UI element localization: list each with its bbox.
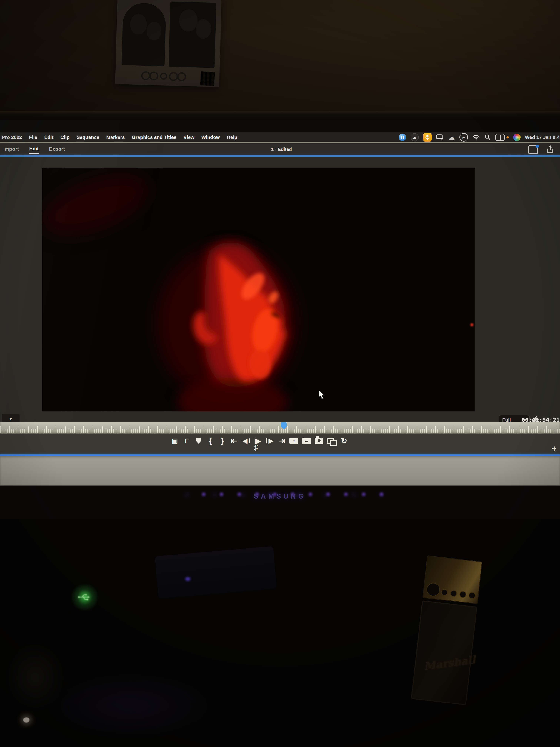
export-frame-button[interactable]: [315, 435, 323, 446]
tab-edit[interactable]: Edit: [29, 146, 39, 154]
purple-light-wash: [46, 672, 213, 739]
cloud-drive-icon[interactable]: ☁: [410, 133, 419, 141]
control-center-icon[interactable]: [496, 134, 505, 141]
menu-window[interactable]: Window: [202, 134, 220, 140]
person-silhouette: [146, 22, 162, 41]
add-marker-button[interactable]: [194, 435, 203, 446]
window-bottom-strip: [0, 456, 560, 485]
menu-view[interactable]: View: [184, 134, 194, 140]
photobooth-logo: [141, 71, 186, 81]
menu-file[interactable]: File: [29, 134, 37, 140]
guitar-amp: Marshall: [411, 556, 482, 705]
loop-button[interactable]: ↻: [340, 435, 348, 446]
transport-controls: ▣ Γ { } ⇤ ◀ ▶ ▶ ⇥ ↑ ↔ ↻: [171, 435, 348, 447]
logo-circle-icon: [169, 72, 178, 81]
photo-frame-right: [168, 1, 216, 68]
wall: [0, 0, 560, 122]
amp-knob: [441, 589, 448, 596]
logo-circle-icon: [177, 72, 186, 81]
media-pause-icon[interactable]: [399, 134, 406, 141]
search-icon[interactable]: [484, 134, 491, 140]
app-menus: Pro 2022 File Edit Clip Sequence Markers…: [0, 134, 237, 140]
rulers-button[interactable]: Γ: [183, 435, 191, 446]
person-silhouette: [179, 9, 198, 32]
menu-edit[interactable]: Edit: [44, 134, 53, 140]
play-circle-icon[interactable]: ▶: [459, 133, 468, 141]
menu-bar-status-area: ☁ ☁ ▶: [399, 132, 560, 142]
video-frame-red-face: [42, 168, 475, 411]
project-title: 1 - Edited: [237, 147, 326, 152]
button-editor-add-button[interactable]: +: [552, 444, 557, 454]
snap-toggle-icon[interactable]: ♯: [254, 443, 258, 452]
display-mirroring-icon[interactable]: [436, 134, 444, 140]
amp-knobs: [441, 589, 476, 599]
purple-glint: [185, 577, 190, 581]
person-silhouette: [195, 19, 212, 39]
time-ruler-scrubber[interactable]: [0, 422, 560, 435]
monitor-bottom-bezel: SAMSUNG: [0, 485, 560, 519]
video-preview: [42, 168, 475, 411]
menu-graphics-and-titles[interactable]: Graphics and Titles: [132, 134, 177, 140]
macos-menu-bar: Pro 2022 File Edit Clip Sequence Markers…: [0, 132, 560, 142]
small-light-dot: [23, 717, 29, 723]
play-glyph: ▶: [462, 136, 464, 139]
amp-speaker-cabinet: Marshall: [411, 600, 477, 705]
keyboard-silhouette: [155, 546, 277, 599]
mark-in-button[interactable]: {: [206, 435, 214, 446]
monitor-top-bezel: [0, 111, 560, 120]
go-to-in-button[interactable]: ⇤: [230, 435, 238, 446]
safe-margins-button[interactable]: ▣: [171, 435, 179, 446]
qr-code: [201, 71, 215, 86]
comparison-icon: [327, 438, 334, 444]
step-back-button[interactable]: ◀: [242, 435, 250, 446]
workspaces-icon[interactable]: [528, 145, 538, 154]
lift-button[interactable]: ↑: [289, 438, 298, 444]
tab-export[interactable]: Export: [49, 146, 65, 154]
panel-focus-border-bottom: [0, 454, 560, 456]
screen-letterbox: [0, 120, 560, 132]
amp-knob: [450, 590, 457, 597]
panel-focus-border-top: [0, 155, 560, 157]
status-dot-icon: [506, 136, 509, 138]
monitor-brand-logo: SAMSUNG: [0, 492, 560, 500]
quick-export-icon[interactable]: [546, 145, 555, 154]
amp-knob: [468, 592, 476, 599]
menu-sequence[interactable]: Sequence: [77, 134, 99, 140]
mic-glyph-icon: [425, 134, 430, 140]
desk-object-silhouette: [5, 643, 64, 712]
amp-brand-logo: Marshall: [423, 653, 476, 672]
cloud-icon[interactable]: ☁: [448, 133, 455, 141]
premiere-header-bar: Import Edit Export 1 - Edited: [0, 142, 560, 156]
chevron-down-icon: ▾: [9, 416, 12, 422]
extract-button[interactable]: ↔: [302, 438, 311, 444]
header-icons: [528, 145, 555, 154]
photo-of-desk-setup: Pro 2022 File Edit Clip Sequence Markers…: [0, 0, 560, 747]
app-menu[interactable]: Pro 2022: [2, 134, 22, 140]
wifi-icon[interactable]: [473, 134, 480, 140]
step-forward-button[interactable]: ▶: [266, 435, 274, 446]
photobooth-print: [115, 0, 222, 87]
photo-frame-left: [122, 2, 166, 66]
cloud-glyph: ☁: [448, 133, 455, 141]
person-silhouette: [130, 14, 147, 34]
usb-green-led: [70, 583, 100, 611]
logo-circle-icon: [149, 71, 158, 80]
mouse-cursor: [318, 390, 326, 401]
logo-circle-icon: [141, 71, 150, 80]
amp-control-panel: [422, 556, 482, 604]
menu-markers[interactable]: Markers: [106, 134, 125, 140]
amp-knob: [459, 591, 467, 598]
screen-recording-mic-icon[interactable]: [423, 133, 432, 141]
color-profile-icon[interactable]: [513, 134, 521, 141]
menu-bar-clock[interactable]: Wed 17 Jan 9:4: [525, 134, 560, 140]
mode-tabs: Import Edit Export: [3, 146, 65, 154]
comparison-view-button[interactable]: [327, 435, 336, 446]
tab-import[interactable]: Import: [3, 146, 19, 154]
usb-symbol-icon: [77, 593, 92, 601]
menu-clip[interactable]: Clip: [60, 134, 70, 140]
marker-icon: [196, 438, 201, 444]
go-to-out-button[interactable]: ⇥: [277, 435, 286, 446]
desk-area: Marshall: [0, 519, 560, 747]
mark-out-button[interactable]: }: [218, 435, 226, 446]
menu-help[interactable]: Help: [227, 134, 237, 140]
